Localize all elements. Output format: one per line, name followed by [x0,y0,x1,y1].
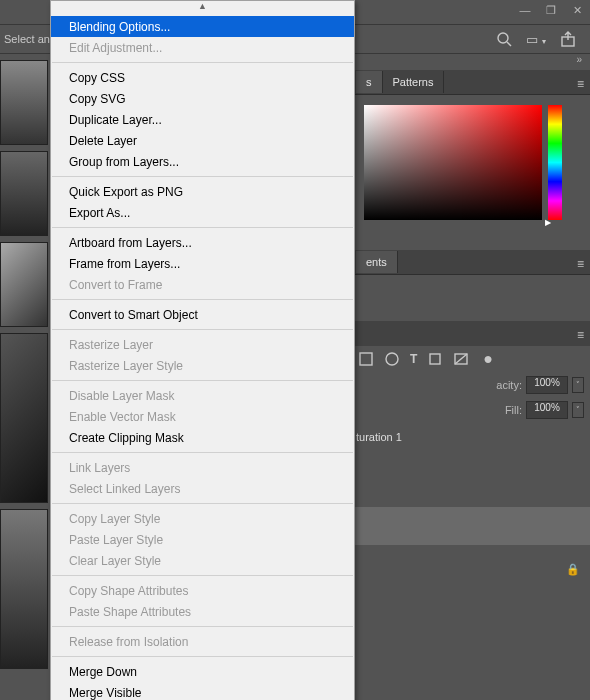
filter-type-icon[interactable]: T [410,352,417,366]
menu-item[interactable]: Artboard from Layers... [51,232,354,253]
color-picker-area: ▶ [354,95,590,230]
menu-item: Clear Layer Style [51,550,354,571]
menu-separator [52,380,353,381]
maximize-button[interactable]: ❐ [538,0,564,20]
filter-image-icon[interactable] [358,351,374,367]
layers-panel: T ● acity: 100% ˅ Fill: 100% ˅ turation … [354,346,590,583]
thumbnail[interactable] [0,242,48,327]
menu-item: Release from Isolation [51,631,354,652]
filter-smart-icon[interactable] [453,351,469,367]
menu-item[interactable]: Duplicate Layer... [51,109,354,130]
menu-item[interactable]: Copy SVG [51,88,354,109]
fill-dropdown-icon[interactable]: ˅ [572,402,584,418]
svg-rect-3 [360,353,372,365]
window-controls: — ❐ ✕ [512,0,590,20]
menu-item: Enable Vector Mask [51,406,354,427]
fill-row: Fill: 100% ˅ [354,397,590,422]
menu-item: Copy Shape Attributes [51,580,354,601]
layer-context-menu: ▲ Blending Options...Edit Adjustment...C… [50,0,355,700]
menu-separator [52,452,353,453]
tab-adjustments[interactable]: ents [356,251,398,273]
menu-separator [52,299,353,300]
minimize-button[interactable]: — [512,0,538,20]
opacity-input[interactable]: 100% [526,376,568,394]
menu-item[interactable]: Group from Layers... [51,151,354,172]
panel-menu-icon[interactable]: ≡ [577,77,584,91]
menu-item: Link Layers [51,457,354,478]
thumbnail[interactable] [0,60,48,145]
opacity-row: acity: 100% ˅ [354,372,590,397]
layer-filter-row: T ● [354,346,590,372]
fill-label: Fill: [505,404,522,416]
thumbnail[interactable] [0,151,48,236]
fill-input[interactable]: 100% [526,401,568,419]
share-icon[interactable] [560,31,576,47]
lock-icon[interactable]: 🔒 [566,563,580,576]
workspace-switcher-icon[interactable]: ▭ ▾ [526,32,546,47]
thumbnail[interactable] [0,333,48,503]
menu-item[interactable]: Delete Layer [51,130,354,151]
svg-point-0 [498,33,508,43]
panel-menu-icon[interactable]: ≡ [577,257,584,271]
menu-item[interactable]: Blending Options... [51,16,354,37]
menu-item[interactable]: Convert to Smart Object [51,304,354,325]
menu-item[interactable]: Merge Down [51,661,354,682]
menu-separator [52,626,353,627]
document-thumbnails [0,60,50,675]
menu-item: Convert to Frame [51,274,354,295]
menu-item[interactable]: Frame from Layers... [51,253,354,274]
filter-adjust-icon[interactable] [384,351,400,367]
menu-item: Paste Shape Attributes [51,601,354,622]
opacity-dropdown-icon[interactable]: ˅ [572,377,584,393]
menu-item: Paste Layer Style [51,529,354,550]
color-field[interactable] [364,105,542,220]
search-icon[interactable] [496,31,512,47]
adjustments-panel-tabs: ents ≡ [354,250,590,275]
menu-item[interactable]: Copy CSS [51,67,354,88]
menu-separator [52,575,353,576]
color-panel-tabs: s Patterns ≡ [354,70,590,95]
menu-item: Disable Layer Mask [51,385,354,406]
menu-separator [52,176,353,177]
menu-item[interactable]: Merge Visible [51,682,354,700]
menu-separator [52,227,353,228]
panel-menu-icon[interactable]: ≡ [577,328,584,342]
menu-item[interactable]: Export As... [51,202,354,223]
triangle-icon: ▶ [545,218,551,227]
menu-item[interactable]: Create Clipping Mask [51,427,354,448]
svg-point-4 [386,353,398,365]
menu-item: Rasterize Layer Style [51,355,354,376]
options-right-icons: ▭ ▾ [496,31,586,47]
menu-item: Select Linked Layers [51,478,354,499]
tab-patterns[interactable]: Patterns [383,71,445,93]
panels-column: s Patterns ≡ ▶ ents ≡ ≡ T ● acity: 100% … [354,70,590,583]
hue-slider[interactable] [548,105,562,220]
svg-rect-5 [430,354,440,364]
menu-scroll-up-icon[interactable]: ▲ [51,1,354,16]
layers-panel-tabs: ≡ [354,321,590,346]
layers-footer: 🔒 [354,555,590,583]
tab-swatches[interactable]: s [356,71,383,93]
menu-separator [52,329,353,330]
filter-shape-icon[interactable] [427,351,443,367]
menu-item: Edit Adjustment... [51,37,354,58]
menu-separator [52,503,353,504]
filter-toggle-icon[interactable]: ● [483,350,493,368]
menu-item: Copy Layer Style [51,508,354,529]
menu-separator [52,62,353,63]
menu-item[interactable]: Quick Export as PNG [51,181,354,202]
adjustments-body [354,275,590,305]
select-label: Select and [4,33,56,45]
layer-item[interactable] [354,507,590,545]
close-button[interactable]: ✕ [564,0,590,20]
thumbnail[interactable] [0,509,48,669]
svg-line-1 [507,42,511,46]
opacity-label: acity: [496,379,522,391]
layer-item[interactable]: turation 1 [354,422,590,452]
menu-separator [52,656,353,657]
menu-item: Rasterize Layer [51,334,354,355]
